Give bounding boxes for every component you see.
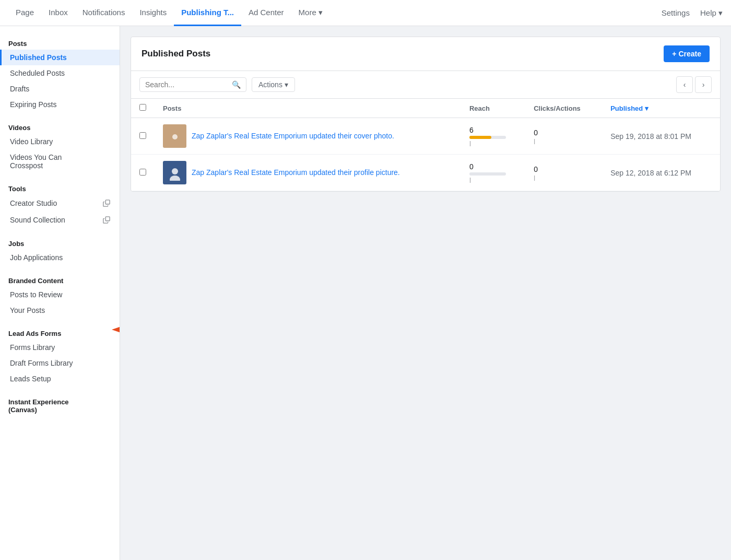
select-all-checkbox[interactable] — [139, 104, 146, 111]
card-title: Published Posts — [142, 49, 210, 59]
external-link-icon-2 — [102, 215, 111, 225]
nav-ad-center[interactable]: Ad Center — [241, 1, 291, 26]
sidebar-item-your-posts[interactable]: Your Posts — [0, 302, 120, 318]
clicks-number-0: 0 — [534, 129, 594, 137]
clicks-tick-1: | — [534, 174, 594, 181]
sidebar-item-published-posts[interactable]: Published Posts — [0, 50, 120, 65]
table-row: Zap Zaplar's Real Estate Emporium update… — [131, 118, 720, 155]
published-posts-card: Published Posts + Create 🔍 Actions ▾ ‹ › — [131, 37, 721, 192]
sidebar-item-drafts[interactable]: Drafts — [0, 81, 120, 97]
reach-bar-container-1 — [469, 172, 506, 176]
row-reach-cell-0: 6 | — [461, 118, 525, 155]
row-date-cell-1: Sep 12, 2018 at 6:12 PM — [602, 155, 720, 191]
reach-bar-container-0 — [469, 136, 506, 139]
nav-settings[interactable]: Settings — [662, 8, 690, 17]
reach-tick-1: | — [469, 177, 517, 183]
layout: Posts Published Posts Scheduled Posts Dr… — [0, 26, 731, 560]
row-checkbox-0[interactable] — [139, 132, 146, 139]
post-thumbnail-1 — [163, 161, 186, 184]
sidebar-item-job-applications[interactable]: Job Applications — [0, 250, 120, 265]
row-checkbox-1[interactable] — [139, 169, 146, 176]
row-post-cell-1: Zap Zaplar's Real Estate Emporium update… — [155, 155, 461, 191]
reach-bar-0 — [469, 136, 491, 139]
sidebar-item-posts-to-review[interactable]: Posts to Review — [0, 287, 120, 302]
sidebar-item-sound-collection[interactable]: Sound Collection — [0, 212, 120, 228]
next-page-button[interactable]: › — [695, 76, 712, 93]
top-nav-items: Page Inbox Notifications Insights Publis… — [8, 0, 662, 26]
row-reach-cell-1: 0 | — [461, 155, 525, 191]
search-input[interactable] — [145, 80, 229, 89]
main-content: Published Posts + Create 🔍 Actions ▾ ‹ › — [120, 26, 731, 560]
clicks-number-1: 0 — [534, 165, 594, 173]
search-icon: 🔍 — [232, 80, 241, 89]
row-post-cell-0: Zap Zaplar's Real Estate Emporium update… — [155, 118, 461, 155]
search-box[interactable]: 🔍 — [139, 77, 246, 92]
clicks-tick-0: | — [534, 138, 594, 144]
create-button[interactable]: + Create — [664, 45, 710, 62]
posts-table: Posts Reach Clicks/Actions Published ▾ — [131, 99, 720, 191]
sidebar-item-forms-library[interactable]: Forms Library — [0, 340, 120, 355]
nav-inbox[interactable]: Inbox — [41, 1, 75, 26]
top-nav-right: Settings Help ▾ — [662, 8, 723, 18]
svg-rect-1 — [105, 217, 110, 221]
external-link-icon — [102, 199, 111, 208]
sidebar-item-video-library[interactable]: Video Library — [0, 134, 120, 149]
card-header: Published Posts + Create — [131, 37, 720, 71]
row-checkbox-cell-0 — [131, 118, 155, 155]
table-row: Zap Zaplar's Real Estate Emporium update… — [131, 155, 720, 191]
nav-publishing-tools[interactable]: Publishing T... — [174, 1, 241, 26]
svg-point-6 — [172, 168, 178, 174]
reach-number-0: 6 — [469, 126, 517, 134]
toolbar-left: 🔍 Actions ▾ — [139, 77, 295, 92]
sidebar-item-videos-crosspost[interactable]: Videos You CanCrosspost — [0, 149, 120, 173]
nav-notifications[interactable]: Notifications — [75, 1, 133, 26]
row-clicks-cell-1: 0 | — [525, 155, 602, 191]
sidebar-section-videos: Videos — [0, 119, 120, 134]
prev-page-button[interactable]: ‹ — [676, 76, 693, 93]
svg-rect-0 — [105, 200, 110, 204]
nav-page[interactable]: Page — [8, 1, 41, 26]
post-link-1[interactable]: Zap Zaplar's Real Estate Emporium update… — [192, 168, 400, 178]
row-checkbox-cell-1 — [131, 155, 155, 191]
table-header-posts: Posts — [155, 99, 461, 118]
card-toolbar: 🔍 Actions ▾ ‹ › — [131, 71, 720, 99]
post-link-0[interactable]: Zap Zaplar's Real Estate Emporium update… — [192, 131, 394, 142]
table-header-clicks: Clicks/Actions — [525, 99, 602, 118]
actions-button[interactable]: Actions ▾ — [252, 77, 295, 92]
sidebar-section-posts: Posts — [0, 34, 120, 50]
svg-rect-4 — [172, 134, 178, 139]
table-header-checkbox — [131, 99, 155, 118]
toolbar-right: ‹ › — [676, 76, 712, 93]
sidebar-item-expiring-posts[interactable]: Expiring Posts — [0, 97, 120, 112]
table-header-published[interactable]: Published ▾ — [602, 99, 720, 118]
sidebar-item-creator-studio[interactable]: Creator Studio — [0, 195, 120, 212]
reach-tick-0: | — [469, 140, 517, 146]
sidebar-section-instant-experience: Instant Experience(Canvas) — [0, 393, 120, 416]
sidebar-section-jobs: Jobs — [0, 235, 120, 250]
sidebar-item-leads-setup[interactable]: Leads Setup — [0, 371, 120, 387]
nav-help[interactable]: Help ▾ — [700, 8, 723, 18]
top-nav: Page Inbox Notifications Insights Publis… — [0, 0, 731, 26]
row-clicks-cell-0: 0 | — [525, 118, 602, 155]
sidebar-section-lead-ads: Lead Ads Forms — [0, 324, 120, 340]
row-date-cell-0: Sep 19, 2018 at 8:01 PM — [602, 118, 720, 155]
post-thumbnail-0 — [163, 124, 186, 148]
sidebar-item-scheduled-posts[interactable]: Scheduled Posts — [0, 65, 120, 81]
nav-more[interactable]: More ▾ — [291, 1, 330, 26]
nav-insights[interactable]: Insights — [132, 1, 174, 26]
sidebar-item-draft-forms-library[interactable]: Draft Forms Library — [0, 355, 120, 371]
sidebar: Posts Published Posts Scheduled Posts Dr… — [0, 26, 120, 560]
table-header-reach: Reach — [461, 99, 525, 118]
sidebar-section-tools: Tools — [0, 180, 120, 195]
reach-number-1: 0 — [469, 162, 517, 171]
sidebar-section-branded-content: Branded Content — [0, 272, 120, 287]
